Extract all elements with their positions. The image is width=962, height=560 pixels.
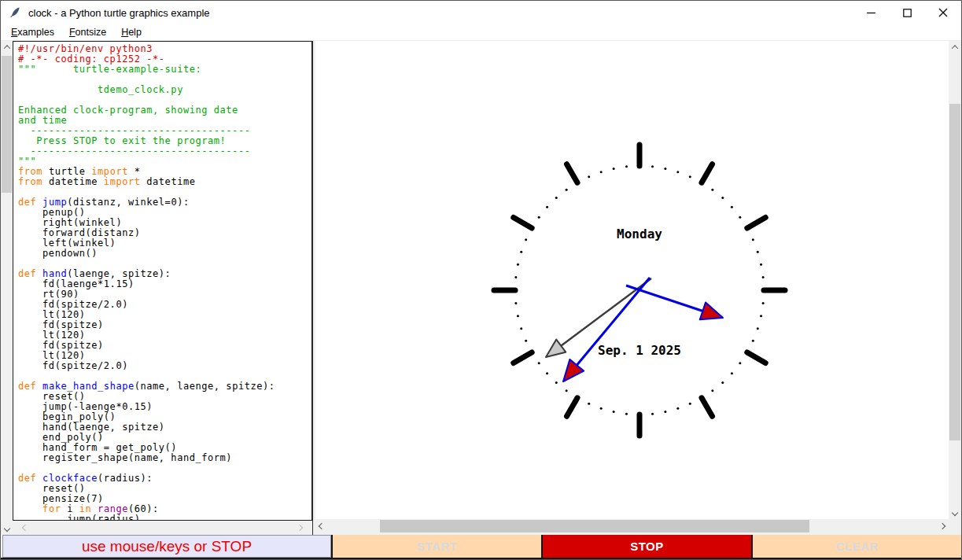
clock-minute-dot: [613, 168, 615, 170]
clock-hour-hand: [626, 286, 709, 313]
clock-minute-hand-arrowhead: [563, 359, 584, 381]
title-bar: clock - a Python turtle graphics example: [1, 1, 961, 24]
chevron-up-icon: [3, 45, 9, 51]
clock-hour-mark: [702, 164, 713, 182]
clock-minute-dot: [517, 263, 519, 266]
scrollbar-thumb[interactable]: [380, 520, 809, 532]
menu-item-help[interactable]: Help: [117, 25, 146, 39]
chevron-up-icon: [952, 45, 958, 51]
clock-minute-dot: [757, 251, 759, 253]
clock-minute-dot: [676, 407, 679, 410]
clock-minute-dot: [731, 206, 733, 208]
clock-minute-dot: [689, 175, 691, 178]
clock-hour-mark: [702, 398, 713, 416]
window-title: clock - a Python turtle graphics example: [28, 7, 210, 19]
minimize-button[interactable]: [853, 1, 889, 24]
canvas-horizontal-scrollbar[interactable]: [315, 519, 949, 533]
clock-minute-dot: [752, 340, 754, 342]
chevron-left-icon: [319, 523, 325, 529]
scrollbar-thumb[interactable]: [949, 104, 960, 440]
clock-minute-dot: [566, 189, 568, 191]
editor-horizontal-scrollbar[interactable]: [13, 521, 312, 535]
clock-minute-dot: [538, 216, 540, 219]
clock-minute-dot: [525, 340, 527, 342]
minimize-icon: [867, 9, 875, 17]
clock-minute-dot: [760, 263, 762, 266]
menu-item-fontsize[interactable]: Fontsize: [65, 25, 110, 39]
menu-item-examples[interactable]: Examples: [7, 25, 58, 39]
clock-minute-dot: [676, 171, 679, 173]
turtledemo-window: clock - a Python turtle graphics example…: [0, 0, 962, 560]
clock-hour-mark: [514, 352, 532, 363]
canvas-vertical-scrollbar[interactable]: [949, 41, 961, 519]
clock-minute-dot: [555, 197, 558, 199]
scroll-up-arrow[interactable]: [949, 41, 961, 53]
code-line: tdemo_clock.py: [18, 85, 311, 95]
clock-hour-mark: [514, 218, 532, 229]
clock-hour-hand-arrowhead: [700, 303, 723, 320]
chevron-right-icon: [297, 525, 303, 531]
clock-minute-dot: [664, 411, 666, 413]
clock-minute-dot: [625, 165, 628, 168]
code-line: from datetime import datetime: [18, 177, 311, 187]
clock-minute-dot: [600, 171, 603, 173]
chevron-left-icon: [22, 525, 28, 531]
scroll-down-arrow[interactable]: [949, 507, 961, 519]
clock-minute-dot: [721, 197, 724, 199]
clock-minute-dot: [762, 276, 765, 278]
chevron-down-icon: [952, 510, 958, 516]
clock-minute-dot: [514, 302, 517, 304]
clock-drawing: MondaySep. 1 2025: [315, 41, 949, 519]
scroll-right-arrow[interactable]: [293, 521, 306, 535]
editor-vertical-scrollbar[interactable]: [1, 41, 13, 535]
clock-minute-dot: [555, 381, 558, 384]
clock-hour-mark: [747, 218, 765, 229]
code-line: pendown(): [18, 249, 311, 259]
start-button[interactable]: START: [331, 535, 541, 558]
clock-minute-dot: [711, 389, 713, 392]
code-editor[interactable]: #!/usr/bin/env python3# -*- coding: cp12…: [13, 41, 312, 521]
clock-minute-dot: [520, 327, 522, 330]
maximize-button[interactable]: [889, 1, 925, 24]
clock-minute-dot: [546, 372, 548, 374]
scroll-left-arrow[interactable]: [19, 521, 31, 535]
clock-minute-dot: [520, 251, 522, 253]
clear-button[interactable]: CLEAR: [751, 535, 961, 558]
clock-second-hand-arrowhead: [546, 340, 566, 357]
clock-minute-dot: [538, 362, 540, 364]
stop-button[interactable]: STOP: [541, 535, 751, 558]
scroll-down-arrow[interactable]: [1, 522, 13, 535]
chevron-down-icon: [3, 525, 9, 532]
clock-minute-dot: [760, 315, 762, 317]
scroll-left-arrow[interactable]: [315, 519, 328, 533]
scroll-right-arrow[interactable]: [936, 519, 949, 533]
main-area: #!/usr/bin/env python3# -*- coding: cp12…: [1, 41, 961, 535]
status-text: use mouse/keys or STOP: [82, 538, 252, 555]
turtle-canvas[interactable]: MondaySep. 1 2025: [315, 41, 949, 519]
clock-minute-dot: [517, 315, 519, 317]
clock-minute-dot: [739, 216, 741, 219]
clock-minute-dot: [721, 381, 724, 384]
code-line: register_shape(name, hand_form): [18, 453, 311, 463]
clock-minute-dot: [752, 238, 754, 241]
code-line: jump(radius): [18, 514, 311, 521]
clock-minute-dot: [566, 389, 568, 392]
clock-hour-mark: [747, 352, 765, 363]
clock-minute-dot: [664, 168, 666, 170]
clock-minute-dot: [625, 413, 628, 415]
python-feather-icon: [9, 6, 21, 19]
clock-minute-dot: [689, 403, 691, 405]
scrollbar-thumb[interactable]: [2, 56, 12, 193]
scroll-up-arrow[interactable]: [1, 41, 13, 53]
bottom-bar: use mouse/keys or STOP START STOP CLEAR: [1, 535, 961, 559]
clock-minute-dot: [600, 407, 603, 410]
maximize-icon: [903, 9, 912, 17]
menu-bar: ExamplesFontsizeHelp: [1, 24, 961, 41]
close-button[interactable]: [925, 1, 961, 24]
code-line: ------------------------------------: [18, 146, 311, 157]
clock-hour-mark: [567, 164, 578, 182]
code-line: """ turtle-example-suite:: [18, 64, 311, 75]
clock-minute-dot: [546, 206, 548, 208]
clock-date-label: Sep. 1 2025: [598, 343, 681, 358]
clock-minute-dot: [613, 411, 615, 413]
